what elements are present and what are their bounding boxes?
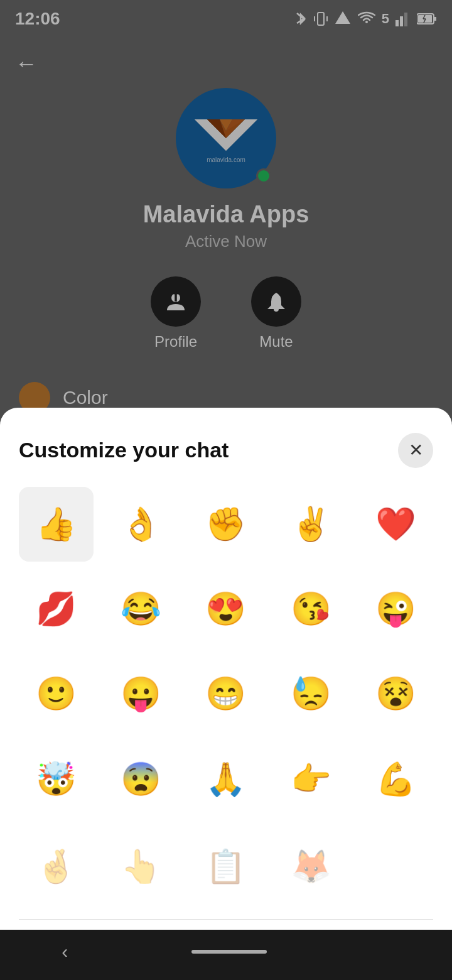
emoji-fox[interactable]: 🦊 [274,829,348,904]
close-button[interactable]: ✕ [398,433,433,468]
emoji-crossedfingers[interactable]: 🤞 [19,829,94,904]
sheet-title: Customize your chat [19,438,229,462]
emoji-peace[interactable]: ✌️ [274,487,348,562]
nav-back-button[interactable]: ‹ [62,941,68,962]
nav-bar: ‹ [0,930,452,980]
emoji-lips[interactable]: 💋 [19,572,94,646]
emoji-ok[interactable]: 👌 [104,487,178,562]
bottom-sheet-overlay: Customize your chat ✕ 👍 👌 ✊ ✌️ ❤️ 💋 😂 😍 … [0,0,452,980]
sheet-header: Customize your chat ✕ [19,433,433,468]
emoji-flex[interactable]: 💪 [358,742,433,817]
emoji-thumbsup[interactable]: 👍 [19,487,94,562]
emoji-pointright[interactable]: 👉 [274,742,348,817]
emoji-kiss[interactable]: 😘 [274,572,348,646]
emoji-pointup[interactable]: 👆 [104,829,178,904]
emoji-hearteyes[interactable]: 😍 [188,572,263,646]
emoji-scared[interactable]: 😨 [104,742,178,817]
emoji-grid: 👍 👌 ✊ ✌️ ❤️ 💋 😂 😍 😘 😜 🙂 😛 😁 😓 😵 🤯 😨 🙏 👉 … [19,487,433,817]
emoji-smile[interactable]: 🙂 [19,656,94,731]
nav-pill [191,950,267,954]
emoji-laugh[interactable]: 😂 [104,572,178,646]
emoji-mindblown[interactable]: 🤯 [19,742,94,817]
emoji-grin[interactable]: 😁 [188,656,263,731]
emoji-tonguewink[interactable]: 😛 [104,656,178,731]
emoji-heart[interactable]: ❤️ [358,487,433,562]
bottom-sheet: Customize your chat ✕ 👍 👌 ✊ ✌️ ❤️ 💋 😂 😍 … [0,408,452,980]
emoji-empty [358,829,433,904]
emoji-clipboard[interactable]: 📋 [188,829,263,904]
emoji-pray[interactable]: 🙏 [188,742,263,817]
emoji-sweat[interactable]: 😓 [274,656,348,731]
emoji-dizzy[interactable]: 😵 [358,656,433,731]
emoji-tongue[interactable]: 😜 [358,572,433,646]
emoji-fist[interactable]: ✊ [188,487,263,562]
emoji-partial-row: 🤞 👆 📋 🦊 [19,829,433,904]
